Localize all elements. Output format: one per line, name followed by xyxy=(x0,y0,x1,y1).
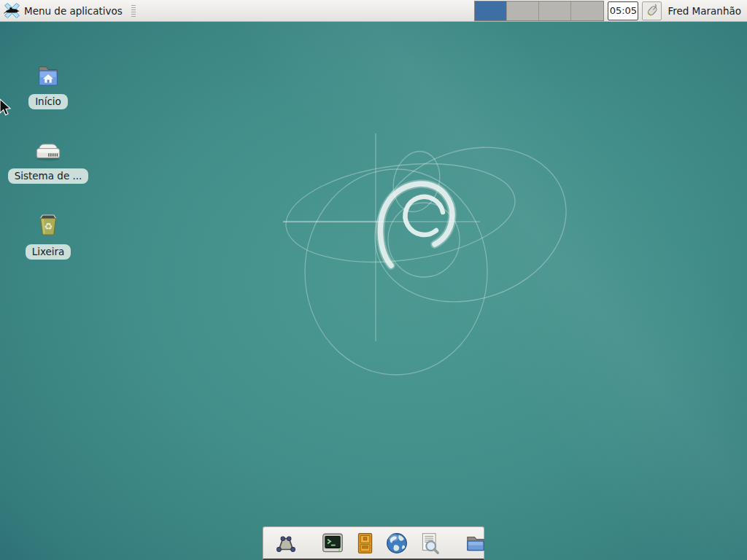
search-tool-launcher[interactable] xyxy=(417,531,441,556)
xfce-mouse-logo-icon xyxy=(4,2,20,19)
desktop-icon-filesystem[interactable]: Sistema de ... xyxy=(4,139,92,184)
applications-menu-label: Menu de aplicativos xyxy=(24,5,123,17)
show-desktop-icon xyxy=(274,531,298,556)
show-desktop-button[interactable] xyxy=(274,531,298,556)
web-browser-launcher[interactable] xyxy=(384,531,409,556)
file-cabinet-launcher[interactable] xyxy=(352,531,377,556)
trash-can-icon: ♻ xyxy=(34,211,63,239)
folder-icon xyxy=(463,531,488,556)
workspace-button-3[interactable] xyxy=(539,1,571,20)
desktop-icon-label: Sistema de ... xyxy=(8,168,89,184)
terminal-launcher[interactable] xyxy=(320,531,345,556)
workspace-button-2[interactable] xyxy=(507,1,539,20)
desktop-icon-label: Lixeira xyxy=(26,244,71,260)
tray-mouse-button[interactable] xyxy=(642,1,662,20)
file-manager-launcher[interactable] xyxy=(463,531,488,556)
globe-browser-icon xyxy=(384,531,409,556)
panel-grip-handle[interactable] xyxy=(131,5,136,17)
applications-menu-button[interactable]: Menu de aplicativos xyxy=(0,0,127,21)
clock[interactable]: 05:05 xyxy=(608,1,638,20)
desktop[interactable]: Início Sistema de ... ♻ Lixeira xyxy=(0,22,747,560)
mouse-cursor xyxy=(0,98,14,118)
svg-text:♻: ♻ xyxy=(44,221,53,232)
desktop-icon-trash[interactable]: ♻ Lixeira xyxy=(4,211,92,260)
desktop-icon-home[interactable]: Início xyxy=(4,64,92,109)
workspace-button-4[interactable] xyxy=(571,1,603,20)
document-search-icon xyxy=(417,531,441,556)
hard-drive-icon xyxy=(33,139,63,163)
file-cabinet-icon xyxy=(352,531,377,556)
workspace-button-1[interactable] xyxy=(475,1,507,20)
top-panel: Menu de aplicativos 05:05 Fred Maranhão xyxy=(0,0,747,22)
home-folder-icon xyxy=(34,64,63,89)
clock-text: 05:05 xyxy=(610,5,637,16)
workspace-switcher[interactable] xyxy=(474,1,604,21)
logged-in-user[interactable]: Fred Maranhão xyxy=(667,5,741,17)
bottom-dock xyxy=(263,526,484,560)
terminal-icon xyxy=(320,531,345,556)
desktop-icon-label: Início xyxy=(28,94,68,109)
debian-swirl-wallpaper-art xyxy=(241,109,591,459)
mouse-tray-icon xyxy=(645,4,659,18)
